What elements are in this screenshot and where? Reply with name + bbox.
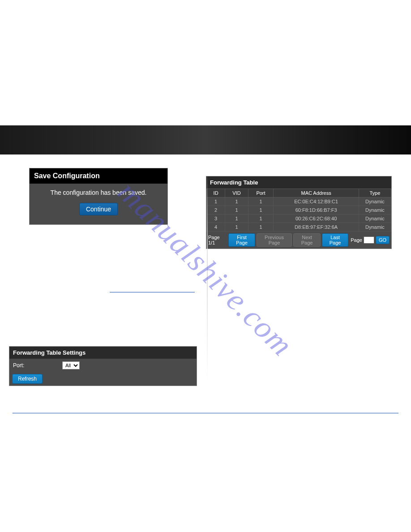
table-row: 3 1 1 00:26:C6:2C:68:40 Dynamic — [207, 215, 391, 223]
header-vid: VID — [225, 189, 248, 197]
cell-id: 4 — [207, 223, 225, 232]
last-page-button[interactable]: Last Page — [322, 233, 348, 247]
refresh-button[interactable]: Refresh — [12, 374, 43, 384]
cell-vid: 1 — [225, 206, 248, 215]
cell-port: 1 — [248, 197, 274, 206]
page-info: Page 1/1 — [208, 235, 226, 245]
forwarding-table: ID VID Port MAC Address Type 1 1 1 EC:0E… — [206, 189, 391, 232]
cell-port: 1 — [248, 215, 274, 223]
forwarding-table-settings-title: Forwarding Table Settings — [9, 347, 197, 359]
first-page-button[interactable]: First Page — [228, 233, 255, 247]
port-select[interactable]: All — [62, 361, 80, 369]
table-header-row: ID VID Port MAC Address Type — [207, 189, 391, 197]
previous-page-button[interactable]: Previous Page — [257, 233, 292, 247]
cell-type: Dynamic — [359, 223, 391, 232]
cell-mac: EC:0E:C4:12:B9:C1 — [274, 197, 359, 206]
section-underline — [110, 292, 195, 292]
pagination-bar: Page 1/1 First Page Previous Page Next P… — [206, 232, 391, 249]
bottom-rule — [13, 413, 398, 413]
table-row: 2 1 1 60:F8:1D:66:B7:F3 Dynamic — [207, 206, 391, 215]
header-type: Type — [359, 189, 391, 197]
forwarding-table-panel: Forwarding Table ID VID Port MAC Address… — [206, 176, 392, 249]
top-banner — [0, 125, 411, 154]
cell-type: Dynamic — [359, 206, 391, 215]
cell-vid: 1 — [225, 215, 248, 223]
cell-vid: 1 — [225, 197, 248, 206]
header-id: ID — [207, 189, 225, 197]
save-confirmation-message: The configuration has been saved. — [34, 189, 163, 196]
table-row: 4 1 1 D8:EB:97:EF:32:6A Dynamic — [207, 223, 391, 232]
forwarding-table-settings-panel: Forwarding Table Settings Port: All Refr… — [9, 346, 197, 386]
header-mac: MAC Address — [274, 189, 359, 197]
continue-button[interactable]: Continue — [79, 203, 118, 215]
page-label: Page — [351, 237, 362, 243]
cell-port: 1 — [248, 206, 274, 215]
page-number-input[interactable] — [364, 236, 374, 244]
cell-mac: 60:F8:1D:66:B7:F3 — [274, 206, 359, 215]
header-port: Port — [248, 189, 274, 197]
cell-id: 1 — [207, 197, 225, 206]
cell-id: 3 — [207, 215, 225, 223]
cell-type: Dynamic — [359, 197, 391, 206]
save-configuration-panel: Save Configuration The configuration has… — [29, 168, 168, 225]
port-label: Port: — [13, 362, 58, 369]
cell-port: 1 — [248, 223, 274, 232]
cell-mac: D8:EB:97:EF:32:6A — [274, 223, 359, 232]
table-row: 1 1 1 EC:0E:C4:12:B9:C1 Dynamic — [207, 197, 391, 206]
cell-mac: 00:26:C6:2C:68:40 — [274, 215, 359, 223]
cell-type: Dynamic — [359, 215, 391, 223]
next-page-button[interactable]: Next Page — [293, 233, 321, 247]
cell-id: 2 — [207, 206, 225, 215]
forwarding-table-title: Forwarding Table — [206, 176, 391, 189]
cell-vid: 1 — [225, 223, 248, 232]
save-configuration-title: Save Configuration — [30, 168, 167, 184]
go-button[interactable]: GO — [376, 236, 390, 244]
column-divider — [207, 168, 208, 383]
